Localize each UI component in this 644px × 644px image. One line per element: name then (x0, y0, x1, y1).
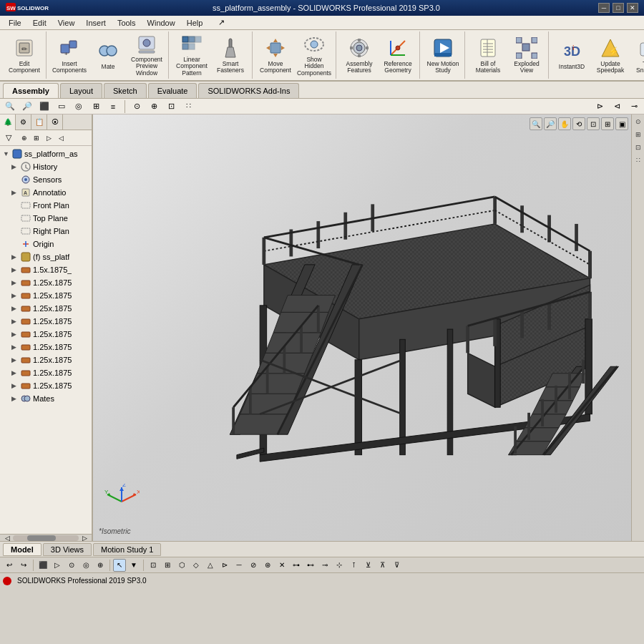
menu-tools[interactable]: Tools (112, 17, 142, 29)
sec-btn-view1[interactable]: ⬛ (37, 100, 52, 113)
window-controls[interactable]: ─ □ ✕ (598, 3, 638, 13)
bt-snap-15[interactable]: ⊺ (347, 559, 360, 572)
rp-btn-2[interactable]: ⊞ (633, 129, 644, 140)
tree-btn-2[interactable]: ⊞ (31, 132, 42, 144)
tab-solidworks-addins[interactable]: SOLIDWORKS Add-Ins (198, 83, 299, 98)
tree-item-comp6[interactable]: ▶ 1.25x.1875 (10, 328, 90, 341)
bt-snap-10[interactable]: ✕ (275, 559, 288, 572)
bt-redo[interactable]: ↪ (17, 559, 30, 572)
sec-btn-zoom[interactable]: 🔎 (20, 100, 34, 113)
sec-btn-orient[interactable]: ⊙ (130, 100, 144, 113)
bt-snap-6[interactable]: ⊳ (218, 559, 231, 572)
sec-btn-render[interactable]: ∷ (181, 100, 195, 113)
tree-item-comp10[interactable]: ▶ 1.25x.1875 (10, 379, 90, 392)
bt-snap-11[interactable]: ⊶ (290, 559, 303, 572)
bt-tool-1[interactable]: ⬛ (36, 559, 49, 572)
sec-btn-right1[interactable]: ⊳ (592, 100, 607, 113)
view-tool-zoom[interactable]: 🔎 (544, 117, 557, 130)
sec-btn-view2[interactable]: ▭ (54, 100, 69, 113)
bt-tool-5[interactable]: ⊕ (94, 559, 107, 572)
bt-snap-13[interactable]: ⊸ (318, 559, 331, 572)
linear-component-button[interactable]: Linear Component Pattern (173, 32, 210, 78)
tree-item-right-plane[interactable]: Right Plan (10, 225, 90, 238)
tab-sketch[interactable]: Sketch (104, 83, 147, 98)
bt-snap-12[interactable]: ⊷ (304, 559, 317, 572)
bt-tool-4[interactable]: ◎ (79, 559, 92, 572)
tree-item-comp2[interactable]: ▶ 1.25x.1875 (10, 276, 90, 289)
bt-snap-14[interactable]: ⊹ (333, 559, 346, 572)
rp-btn-4[interactable]: ∷ (633, 155, 644, 166)
exploded-view-button[interactable]: Exploded View (508, 32, 545, 78)
bt-cursor-drop[interactable]: ▼ (127, 559, 140, 572)
tree-btn-expand[interactable]: ▷ (43, 132, 54, 144)
instant3d-button[interactable]: 3D i Instant3D (553, 32, 590, 78)
minimize-button[interactable]: ─ (598, 3, 610, 13)
assembly-features-button[interactable]: Assembly Features (341, 32, 378, 78)
tree-item-comp7[interactable]: ▶ 1.25x.1875 (10, 341, 90, 353)
bottom-tab-motion-study[interactable]: Motion Study 1 (93, 543, 161, 556)
tree-item-comp5[interactable]: ▶ 1.25x.1875 (10, 315, 90, 328)
scroll-right-btn[interactable]: ▷ (79, 535, 90, 542)
tree-item-front-plane[interactable]: Front Plan (10, 199, 90, 212)
bt-snap-17[interactable]: ⊼ (376, 559, 389, 572)
tree-item-top-plane[interactable]: Top Plane (10, 212, 90, 225)
menu-edit[interactable]: Edit (27, 17, 52, 29)
bt-tool-2[interactable]: ▷ (51, 559, 64, 572)
panel-tab-custom[interactable]: ⦿ (47, 114, 63, 130)
scroll-track[interactable] (13, 535, 79, 541)
new-motion-button[interactable]: New Motion Study (424, 32, 462, 78)
bt-snap-5[interactable]: △ (204, 559, 217, 572)
tree-item-sensors[interactable]: Sensors (10, 173, 90, 186)
menu-insert[interactable]: Insert (80, 17, 112, 29)
bt-snap-7[interactable]: ─ (233, 559, 245, 572)
bt-snap-9[interactable]: ⊛ (261, 559, 274, 572)
toolbar-icon-1[interactable]: ↗ (214, 16, 228, 29)
scroll-thumb[interactable] (27, 535, 56, 541)
tree-item-history[interactable]: ▶ History (10, 160, 90, 173)
tree-item-comp1[interactable]: ▶ 1.5x.1875_ (10, 263, 90, 276)
sec-btn-right3[interactable]: ⊸ (627, 100, 641, 113)
view-tool-wireframe[interactable]: ⊞ (601, 117, 614, 130)
tab-assembly[interactable]: Assembly (3, 83, 59, 98)
bt-snap-16[interactable]: ⊻ (361, 559, 374, 572)
bottom-tab-3dviews[interactable]: 3D Views (43, 543, 92, 556)
panel-tab-props[interactable]: ⚙ (16, 114, 31, 130)
menu-window[interactable]: Window (142, 17, 181, 29)
update-speedpak-button[interactable]: ⚡ Update Speedpak (592, 32, 629, 78)
tree-item-mates[interactable]: ▶ Mates (10, 392, 90, 405)
tree-root[interactable]: ▼ ss_platform_as (1, 147, 90, 160)
bt-snap-4[interactable]: ◇ (190, 559, 203, 572)
tree-btn-collapse[interactable]: ◁ (55, 132, 67, 144)
component-preview-button[interactable]: Component Preview Window (128, 32, 165, 78)
bt-snap-8[interactable]: ⊘ (247, 559, 260, 572)
bt-select[interactable]: ↖ (113, 559, 126, 572)
view-tool-shaded[interactable]: ▣ (615, 117, 628, 130)
menu-view[interactable]: View (52, 17, 81, 29)
tree-item-comp9[interactable]: ▶ 1.25x.1875 (10, 366, 90, 379)
tab-layout[interactable]: Layout (60, 83, 102, 98)
smart-fasteners-button[interactable]: Smart Fasteners (212, 32, 249, 78)
view-tool-pan[interactable]: ✋ (558, 117, 571, 130)
edit-component-button[interactable]: ✏ Edit Component (6, 32, 43, 78)
filter-icon[interactable]: ▽ (1, 132, 16, 145)
reference-geometry-button[interactable]: Reference Geometry (379, 32, 416, 78)
viewport[interactable]: X Y Z *Isometric 🔍 🔎 ✋ ⟲ ⊡ ⊞ ▣ (93, 114, 631, 541)
view-tool-search[interactable]: 🔍 (530, 117, 542, 130)
horizontal-scrollbar[interactable]: ◁ ▷ (0, 534, 92, 541)
view-tool-fit[interactable]: ⊡ (587, 117, 600, 130)
rp-btn-3[interactable]: ⊡ (633, 142, 644, 153)
rp-btn-1[interactable]: ⊙ (633, 116, 644, 127)
sec-btn-right2[interactable]: ⊲ (610, 100, 624, 113)
menu-file[interactable]: File (3, 17, 27, 29)
close-button[interactable]: ✕ (627, 3, 638, 13)
show-hidden-button[interactable]: Show Hidden Components (296, 32, 333, 78)
take-snapshot-button[interactable]: Take Snapsh... (630, 32, 644, 78)
bt-snap-2[interactable]: ⊞ (161, 559, 174, 572)
tree-item-comp3[interactable]: ▶ 1.25x.1875 (10, 289, 90, 302)
panel-tab-config[interactable]: 📋 (31, 114, 47, 130)
bt-snap-18[interactable]: ⊽ (390, 559, 403, 572)
tree-item-comp4[interactable]: ▶ 1.25x.1875 (10, 302, 90, 315)
bt-undo[interactable]: ↩ (3, 559, 16, 572)
panel-tab-tree[interactable]: 🌲 (0, 114, 16, 130)
maximize-button[interactable]: □ (613, 3, 624, 13)
